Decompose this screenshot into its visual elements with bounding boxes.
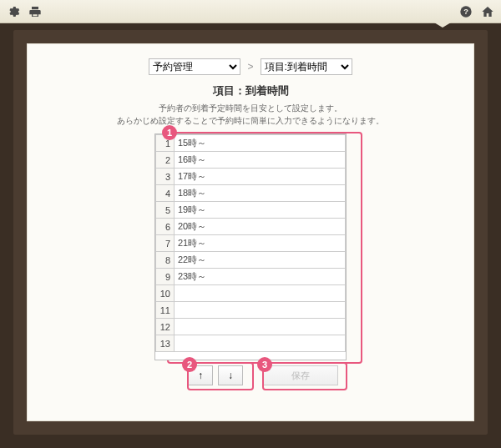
topbar: ? xyxy=(0,0,501,23)
row-value[interactable]: 17時～ xyxy=(175,169,346,185)
main-area: 1 115時～216時～317時～418時～519時～620時～721時～822… xyxy=(43,133,458,394)
row-number: 3 xyxy=(156,169,175,185)
row-value[interactable]: 16時～ xyxy=(175,152,346,169)
row-value[interactable] xyxy=(175,285,346,302)
row-value[interactable]: 19時～ xyxy=(175,202,346,219)
move-down-button[interactable]: ↓ xyxy=(218,365,243,385)
table-row[interactable]: 721時～ xyxy=(156,235,346,252)
table-row[interactable]: 11 xyxy=(156,302,346,319)
row-value[interactable]: 18時～ xyxy=(175,185,346,202)
save-button[interactable]: 保存 xyxy=(263,365,338,385)
table-row[interactable]: 13 xyxy=(156,335,346,352)
breadcrumb-select-item[interactable]: 項目:到着時間 xyxy=(261,58,352,75)
table-row[interactable]: 620時～ xyxy=(156,219,346,235)
table-row[interactable]: 12 xyxy=(156,319,346,335)
row-number: 2 xyxy=(156,152,175,169)
row-number: 11 xyxy=(156,302,175,319)
row-number: 4 xyxy=(156,185,175,202)
gear-icon[interactable] xyxy=(7,5,20,18)
row-value[interactable]: 22時～ xyxy=(175,252,346,269)
time-grid-container: 115時～216時～317時～418時～519時～620時～721時～822時～… xyxy=(154,133,347,360)
print-icon[interactable] xyxy=(28,5,42,18)
row-number: 7 xyxy=(156,235,175,252)
table-row[interactable]: 418時～ xyxy=(156,185,346,202)
row-number: 13 xyxy=(156,335,175,352)
callout-badge-3: 3 xyxy=(257,357,272,372)
row-number: 9 xyxy=(156,269,175,285)
home-icon[interactable] xyxy=(481,5,494,18)
breadcrumb-separator: > xyxy=(247,61,253,73)
time-grid: 115時～216時～317時～418時～519時～620時～721時～822時～… xyxy=(155,134,346,352)
row-value[interactable]: 21時～ xyxy=(175,235,346,252)
row-number: 10 xyxy=(156,285,175,302)
page-description: 予約者の到着予定時間を目安として設定します。 あらかじめ設定することで予約時に簡… xyxy=(43,102,458,127)
row-number: 8 xyxy=(156,252,175,269)
row-number: 12 xyxy=(156,319,175,335)
svg-text:?: ? xyxy=(463,8,468,16)
content-frame: 予約管理 > 項目:到着時間 項目：到着時間 予約者の到着予定時間を目安として設… xyxy=(13,30,488,435)
row-value[interactable] xyxy=(175,319,346,335)
row-value[interactable]: 23時～ xyxy=(175,269,346,285)
content-card: 予約管理 > 項目:到着時間 項目：到着時間 予約者の到着予定時間を目安として設… xyxy=(27,43,474,421)
breadcrumb-select-category[interactable]: 予約管理 xyxy=(149,58,240,75)
table-row[interactable]: 115時～ xyxy=(156,135,346,152)
help-icon[interactable]: ? xyxy=(459,5,473,18)
table-row[interactable]: 317時～ xyxy=(156,169,346,185)
time-grid-scroll[interactable]: 115時～216時～317時～418時～519時～620時～721時～822時～… xyxy=(154,133,347,360)
button-row: 2 3 ↑ ↓ 保存 xyxy=(43,365,458,394)
row-number: 5 xyxy=(156,202,175,219)
row-value[interactable] xyxy=(175,335,346,352)
row-value[interactable]: 15時～ xyxy=(175,135,346,152)
reorder-buttons: ↑ ↓ xyxy=(188,365,243,394)
callout-badge-1: 1 xyxy=(162,125,177,140)
table-row[interactable]: 519時～ xyxy=(156,202,346,219)
table-row[interactable]: 10 xyxy=(156,285,346,302)
table-row[interactable]: 822時～ xyxy=(156,252,346,269)
callout-badge-2: 2 xyxy=(182,357,197,372)
row-number: 6 xyxy=(156,219,175,235)
page-title: 項目：到着時間 xyxy=(43,83,458,98)
table-row[interactable]: 923時～ xyxy=(156,269,346,285)
table-row[interactable]: 216時～ xyxy=(156,152,346,169)
breadcrumb: 予約管理 > 項目:到着時間 xyxy=(43,58,458,75)
row-value[interactable] xyxy=(175,302,346,319)
row-value[interactable]: 20時～ xyxy=(175,219,346,235)
